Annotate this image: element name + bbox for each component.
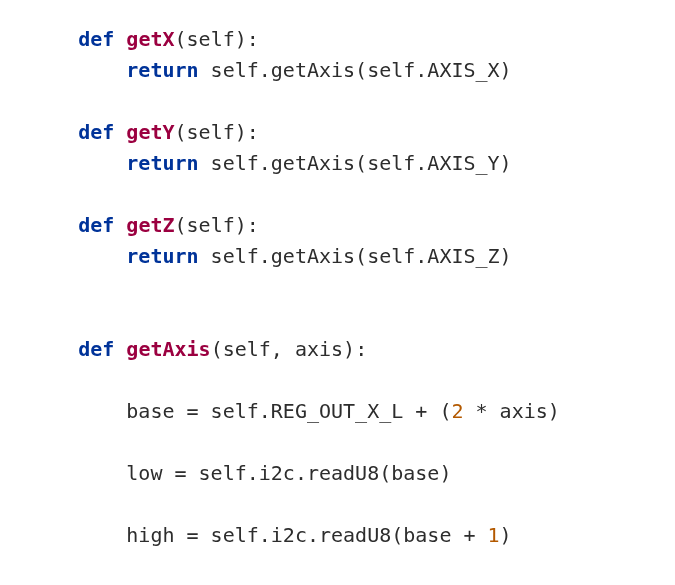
line: def getZ(self):	[30, 213, 259, 237]
number-literal: 1	[488, 523, 500, 547]
keyword-return: return	[126, 151, 198, 175]
line: low = self.i2c.readU8(base)	[30, 461, 451, 485]
line: def getAxis(self, axis):	[30, 337, 367, 361]
line: base = self.REG_OUT_X_L + (2 * axis)	[30, 399, 560, 423]
fn-name-getY: getY	[126, 120, 174, 144]
keyword-def: def	[78, 213, 114, 237]
keyword-return: return	[126, 58, 198, 82]
line: return self.getAxis(self.AXIS_X)	[30, 58, 512, 82]
keyword-def: def	[78, 120, 114, 144]
line: return self.getAxis(self.AXIS_Z)	[30, 244, 512, 268]
fn-name-getX: getX	[126, 27, 174, 51]
code-block: def getX(self): return self.getAxis(self…	[0, 0, 675, 575]
number-literal: 2	[451, 399, 463, 423]
line: def getY(self):	[30, 120, 259, 144]
keyword-def: def	[78, 337, 114, 361]
fn-name-getAxis: getAxis	[126, 337, 210, 361]
line: def getX(self):	[30, 27, 259, 51]
fn-name-getZ: getZ	[126, 213, 174, 237]
line: return self.getAxis(self.AXIS_Y)	[30, 151, 512, 175]
keyword-def: def	[78, 27, 114, 51]
line: high = self.i2c.readU8(base + 1)	[30, 523, 512, 547]
keyword-return: return	[126, 244, 198, 268]
